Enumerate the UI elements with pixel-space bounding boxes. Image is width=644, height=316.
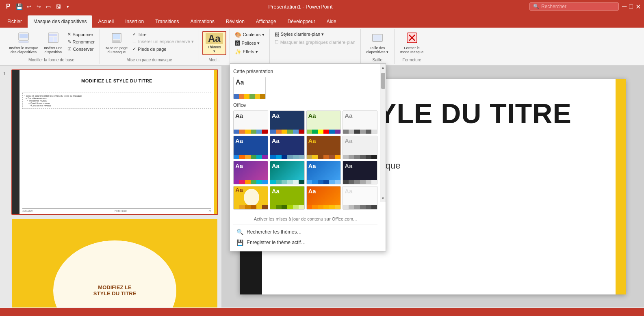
- conserver-button[interactable]: ☑ Conserver: [66, 45, 96, 52]
- rechercher-themes-link[interactable]: 🔍 Rechercher les thèmes…: [233, 227, 377, 237]
- slide-image-1[interactable]: MODIFIEZ LE STYLE DU TITRE • Cliquez pou…: [11, 69, 218, 215]
- redo-icon[interactable]: ↪: [35, 3, 42, 10]
- couleurs-button[interactable]: 🎨 Couleurs ▾: [233, 31, 266, 39]
- pieds-check[interactable]: ✓ Pieds de page: [131, 45, 195, 52]
- slide1-content: • Cliquez pour modifier les styles du te…: [22, 93, 211, 109]
- current-theme-bar: [234, 94, 265, 99]
- mise-en-page-label: Mise en pagedu masque: [106, 46, 128, 54]
- themes-content: Cette présentation Aa: [230, 64, 386, 251]
- minimize-button[interactable]: ─: [622, 3, 627, 11]
- theme-organigramme[interactable]: Aa: [306, 136, 341, 159]
- theme-retro[interactable]: Aa: [270, 161, 305, 184]
- taille-diapositives-button[interactable]: Taille desdiapositives ▾: [364, 31, 391, 55]
- tab-fichier[interactable]: Fichier: [2, 15, 28, 28]
- status-bar: [0, 308, 644, 316]
- slide-panel[interactable]: 1 MODIFIEZ LE STYLE DU TITRE • Cliquez p…: [0, 66, 221, 307]
- tab-animations[interactable]: Animations: [184, 15, 220, 28]
- tab-transitions[interactable]: Transitions: [150, 15, 184, 28]
- supprimer-icon: ✕: [67, 32, 71, 37]
- group-modifier-forme: Insérer le masquedes diapositives Insére…: [3, 29, 100, 64]
- search-input[interactable]: [541, 4, 606, 9]
- group-taille-label: Saille: [364, 56, 391, 62]
- save2-icon[interactable]: 🖫: [54, 3, 62, 10]
- group-modifier-label: Modifier la forme de base: [7, 56, 96, 62]
- theme-verdure[interactable]: Aa: [270, 186, 305, 210]
- mise-en-page-button[interactable]: Mise en pagedu masque: [103, 31, 130, 55]
- present-icon[interactable]: ▭: [45, 3, 52, 10]
- tab-aide[interactable]: Aide: [321, 15, 342, 28]
- effets-button[interactable]: ✨ Effets ▾: [233, 48, 260, 56]
- group-colors-buttons: 🎨 Couleurs ▾ 🅰 Polices ▾ ✨ Effets ▾: [233, 31, 266, 62]
- enregistrer-theme-link[interactable]: 💾 Enregistrer le thème actif…: [233, 237, 377, 248]
- tab-developpeur[interactable]: Développeur: [282, 15, 321, 28]
- theme-mouvement[interactable]: Aa: [233, 161, 268, 184]
- theme-ion[interactable]: Aa: [233, 136, 268, 159]
- more-icon[interactable]: ▾: [64, 3, 72, 10]
- fermer-masque-button[interactable]: Fermer lemode Masque: [398, 31, 426, 55]
- scroll-down-arrow[interactable]: ▼: [380, 195, 386, 202]
- undo-icon[interactable]: ↩: [25, 3, 33, 10]
- theme-vue[interactable]: Aa: [233, 186, 268, 210]
- themes-label: Thèmes▾: [208, 45, 221, 53]
- tab-accueil[interactable]: Accueil: [92, 15, 119, 28]
- group-taille: Taille desdiapositives ▾ Saille: [361, 29, 395, 64]
- slide1-left-border: [12, 70, 20, 214]
- scroll-thumb[interactable]: [381, 73, 385, 89]
- theme-wisp[interactable]: Aa: [306, 186, 341, 210]
- themes-section-office: Office: [233, 102, 377, 108]
- maximize-button[interactable]: □: [629, 3, 633, 11]
- group-modifier-buttons: Insérer le masquedes diapositives Insére…: [7, 31, 96, 55]
- inserer-masque-label: Insérer le masquedes diapositives: [9, 46, 38, 54]
- tab-masque-diapositives[interactable]: Masque des diapositives: [28, 15, 92, 28]
- styles-arriere-plan-button[interactable]: 🖼 Styles d'arrière-plan ▾: [273, 31, 326, 38]
- taille-label: Taille desdiapositives ▾: [366, 46, 389, 54]
- theme-tranche[interactable]: Aa: [343, 161, 377, 184]
- theme-bureau[interactable]: Aa: [233, 110, 268, 134]
- renommer-button[interactable]: ✎ Renommer: [66, 38, 96, 45]
- dropdown-divider-2: [233, 225, 377, 225]
- title-bar-left: P 💾 ↩ ↪ ▭ 🖫 ▾: [3, 2, 72, 11]
- polices-icon: 🅰: [235, 40, 240, 46]
- slide2-blob: [53, 240, 176, 307]
- theme-ion-tableau[interactable]: Aa: [270, 136, 305, 159]
- slide-image-2[interactable]: MODIFIEZ LESTYLE DU TITRE MODIFIEZ LE ST…: [11, 218, 218, 308]
- effets-icon: ✨: [235, 49, 241, 55]
- slide1-footer: 15/01/2020Pied de pageA#: [22, 208, 211, 212]
- group-arriere-buttons: 🖼 Styles d'arrière-plan ▾ ☐ Masquer les …: [273, 31, 357, 62]
- rechercher-themes-label: Rechercher les thèmes…: [247, 229, 301, 235]
- theme-quadrillage[interactable]: Aa: [343, 136, 377, 159]
- renommer-icon: ✎: [67, 39, 71, 44]
- tab-insertion[interactable]: Insertion: [119, 15, 150, 28]
- window-title: Présentation1 - PowerPoint: [72, 4, 529, 10]
- polices-button[interactable]: 🅰 Polices ▾: [233, 39, 262, 47]
- group-fermeture-buttons: Fermer lemode Masque: [398, 31, 426, 55]
- svg-rect-1: [20, 34, 28, 38]
- theme-zeste[interactable]: Aa: [343, 186, 377, 210]
- slide-num-2: [3, 218, 9, 220]
- theme-integral[interactable]: Aa: [343, 110, 377, 134]
- tab-revision[interactable]: Révision: [220, 15, 250, 28]
- svg-rect-2: [19, 41, 28, 43]
- themes-button[interactable]: Aa Thèmes▾: [202, 31, 226, 55]
- group-themes-label: Mod...: [202, 56, 226, 62]
- save-icon[interactable]: 💾: [15, 3, 23, 10]
- scroll-up-arrow[interactable]: ▲: [380, 64, 386, 71]
- checkboxes-group: ✓ Titre ☐ Insérer un espace réservé ▾ ✓ …: [131, 31, 195, 52]
- theme-secteur[interactable]: Aa: [306, 161, 341, 184]
- inserer-masque-icon: [18, 32, 29, 45]
- close-button[interactable]: ✕: [635, 3, 641, 11]
- tab-affichage[interactable]: Affichage: [250, 15, 282, 28]
- slide2-title: MODIFIEZ LESTYLE DU TITRE: [93, 284, 136, 297]
- inserer-masque-button[interactable]: Insérer le masquedes diapositives: [7, 31, 41, 55]
- current-theme-item[interactable]: Aa: [233, 77, 266, 99]
- titre-check[interactable]: ✓ Titre: [131, 31, 195, 38]
- enregistrer-icon: 💾: [236, 239, 243, 246]
- inserer-disposition-button[interactable]: Insérer unedisposition: [41, 31, 65, 55]
- theme-bureau-sombre[interactable]: Aa: [270, 110, 305, 134]
- search-bar[interactable]: 🔍: [529, 2, 619, 11]
- main-right-border: [616, 79, 626, 294]
- themes-scrollbar[interactable]: ▲ ▼: [380, 64, 386, 202]
- group-mise-buttons: Mise en pagedu masque ✓ Titre ☐ Insérer …: [103, 31, 195, 55]
- theme-facette[interactable]: Aa: [306, 110, 341, 134]
- supprimer-button[interactable]: ✕ Supprimer: [66, 31, 96, 38]
